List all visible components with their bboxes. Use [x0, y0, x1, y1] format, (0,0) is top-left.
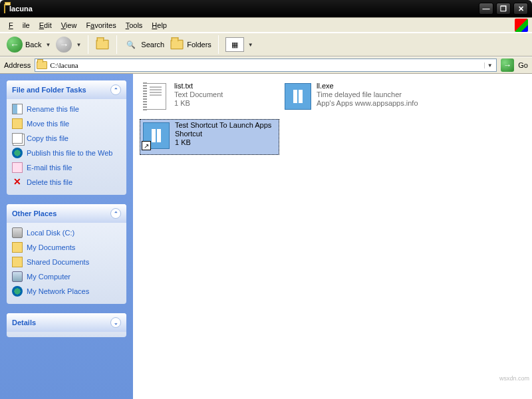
places-item[interactable]: Shared Documents [12, 255, 121, 269]
search-label: Search [141, 41, 164, 49]
forward-arrow-icon: → [56, 37, 72, 53]
text-file-icon [141, 82, 170, 111]
menu-view[interactable]: View [57, 19, 82, 31]
tasks-item-label: Delete this file [27, 178, 72, 186]
folder-icon [37, 61, 47, 69]
forward-button[interactable]: → ▼ [53, 35, 84, 54]
window-title: lacuna [9, 5, 479, 13]
file-size: 1 KB [174, 99, 223, 108]
places-item[interactable]: My Documents [12, 240, 121, 255]
back-arrow-icon: ← [7, 37, 23, 53]
search-button[interactable]: 🔍 Search [121, 36, 167, 53]
tasks-item[interactable]: E-mail this file [12, 160, 121, 175]
collapse-icon[interactable]: ⌃ [110, 84, 121, 95]
places-item-label: My Network Places [27, 287, 89, 295]
file-name: ll.exe [317, 82, 418, 90]
places-panel-title: Other Places [12, 209, 57, 217]
collapse-icon[interactable]: ⌃ [110, 208, 121, 219]
delete-icon: ✕ [12, 177, 23, 188]
rename-icon [12, 104, 23, 114]
places-item[interactable]: Local Disk (C:) [12, 225, 121, 240]
tasks-panel-header[interactable]: File and Folder Tasks ⌃ [7, 80, 126, 99]
tasks-item-label: Rename this file [27, 105, 79, 113]
close-button[interactable]: ✕ [513, 3, 528, 15]
places-panel: Other Places ⌃ Local Disk (C:)My Documen… [7, 204, 126, 304]
search-icon: 🔍 [124, 37, 138, 52]
publish-icon [12, 148, 23, 158]
email-icon [12, 162, 23, 173]
shared-documents-icon [12, 257, 23, 267]
menu-tools[interactable]: Tools [121, 19, 148, 31]
file-item[interactable]: ↗Test Shortcut To Launch AppsShortcut1 K… [140, 119, 279, 155]
sidebar: File and Folder Tasks ⌃ Rename this file… [0, 74, 133, 399]
views-dropdown-icon[interactable]: ▼ [248, 42, 253, 48]
title-bar: lacuna — ❐ ✕ [0, 0, 532, 17]
forward-dropdown-icon[interactable]: ▼ [76, 42, 81, 48]
tasks-item-label: E-mail this file [27, 164, 72, 172]
main-area: File and Folder Tasks ⌃ Rename this file… [0, 74, 532, 399]
back-button[interactable]: ← Back ▼ [4, 35, 53, 54]
folder-icon [4, 5, 5, 13]
expand-icon[interactable]: ⌄ [110, 317, 121, 328]
file-item[interactable]: ll.exeTime delayed file launcherApp's Ap… [282, 80, 422, 116]
menu-file[interactable]: File [4, 19, 35, 31]
places-panel-header[interactable]: Other Places ⌃ [7, 204, 126, 223]
details-panel: Details ⌄ [7, 313, 126, 337]
move-icon [12, 118, 23, 129]
computer-icon [12, 271, 23, 282]
folders-icon [170, 37, 184, 52]
file-type: Text Document [174, 90, 223, 99]
windows-logo-icon [515, 19, 528, 32]
file-list[interactable]: list.txtText Document1 KBll.exeTime dela… [133, 74, 532, 399]
places-item-label: My Documents [27, 243, 75, 251]
address-input[interactable] [50, 61, 484, 69]
copy-icon [12, 133, 23, 144]
tasks-item[interactable]: Move this file [12, 116, 121, 131]
menu-bar: File Edit View Favorites Tools Help [0, 17, 532, 33]
menu-favorites[interactable]: Favorites [81, 19, 120, 31]
places-item-label: Local Disk (C:) [27, 229, 74, 237]
tasks-item-label: Publish this file to the Web [27, 149, 112, 157]
app-icon [283, 82, 313, 111]
minimize-button[interactable]: — [479, 3, 493, 15]
toolbar-separator [88, 35, 88, 54]
address-field[interactable]: ▼ [35, 59, 497, 72]
file-item[interactable]: list.txtText Document1 KB [140, 80, 279, 116]
address-dropdown-icon[interactable]: ▼ [484, 63, 495, 68]
folders-button[interactable]: Folders [167, 36, 214, 53]
file-name: list.txt [174, 82, 223, 90]
places-item-label: Shared Documents [27, 258, 89, 266]
address-label: Address [4, 61, 31, 69]
app-icon: ↗ [142, 121, 171, 150]
shortcut-overlay-icon: ↗ [142, 141, 151, 150]
tasks-panel: File and Folder Tasks ⌃ Rename this file… [7, 80, 126, 195]
tasks-item[interactable]: Rename this file [12, 102, 121, 116]
file-type: Shortcut [175, 130, 271, 138]
tasks-item[interactable]: Publish this file to the Web [12, 146, 121, 160]
places-item[interactable]: My Network Places [12, 284, 121, 299]
tasks-item-label: Copy this file [27, 134, 68, 142]
tasks-panel-title: File and Folder Tasks [12, 86, 86, 94]
details-panel-title: Details [12, 319, 36, 327]
toolbar: ← Back ▼ → ▼ 🔍 Search Folders ▦ ▼ [0, 33, 532, 57]
disk-icon [12, 227, 23, 238]
go-button[interactable]: → [501, 59, 514, 72]
views-icon: ▦ [225, 37, 244, 52]
tasks-item[interactable]: ✕Delete this file [12, 175, 121, 190]
address-bar: Address ▼ → Go [0, 57, 532, 74]
tasks-item[interactable]: Copy this file [12, 131, 121, 146]
file-type: Time delayed file launcher [317, 90, 418, 99]
file-size: 1 KB [175, 138, 271, 147]
back-label: Back [25, 41, 41, 49]
maximize-button[interactable]: ❐ [496, 3, 511, 15]
up-button[interactable] [92, 36, 112, 53]
network-places-icon [12, 286, 23, 297]
back-dropdown-icon[interactable]: ▼ [45, 42, 51, 48]
details-panel-header[interactable]: Details ⌄ [7, 313, 126, 332]
menu-edit[interactable]: Edit [35, 19, 57, 31]
folders-label: Folders [187, 41, 211, 49]
views-button[interactable]: ▦ ▼ [223, 36, 256, 53]
places-item[interactable]: My Computer [12, 269, 121, 284]
menu-help[interactable]: Help [147, 19, 172, 31]
file-name: Test Shortcut To Launch Apps [175, 121, 271, 130]
